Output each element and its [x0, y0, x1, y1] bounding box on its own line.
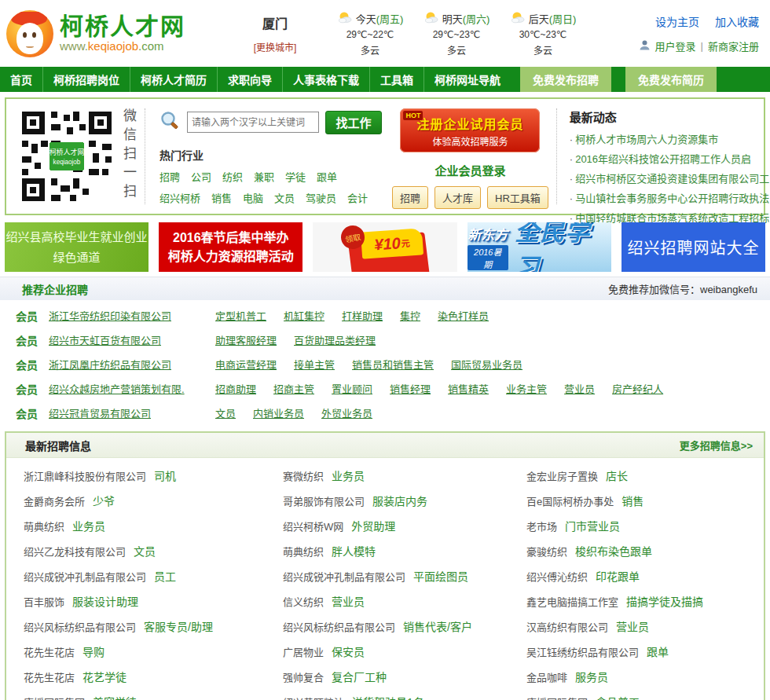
trial-member-banner[interactable]: HOT 注册企业试用会员 体验高效招聘服务: [400, 108, 540, 152]
job-link[interactable]: 接单主管: [294, 357, 335, 372]
job-link[interactable]: 招商主管: [273, 381, 314, 396]
post-job-button[interactable]: 免费发布招聘: [520, 67, 611, 92]
job-title-link[interactable]: 印花跟单: [596, 568, 640, 584]
job-link[interactable]: 文员: [215, 405, 236, 420]
job-link[interactable]: 销售精英: [448, 381, 489, 396]
job-link[interactable]: 内销业务员: [253, 405, 304, 420]
hot-tag-link[interactable]: 销售: [211, 190, 232, 205]
banner-xdf-study[interactable]: 新东方 2016暑期 全民学习: [468, 222, 611, 272]
banner-spring-recruit[interactable]: 2016春节后集中举办柯桥人力资源招聘活动: [159, 222, 302, 272]
job-title-link[interactable]: 胖人模特: [332, 543, 376, 559]
set-homepage-link[interactable]: 设为主页: [655, 16, 699, 28]
job-title-link[interactable]: 客服专员/助理: [144, 618, 213, 634]
job-title-link[interactable]: 跟单: [647, 643, 669, 659]
job-title-link[interactable]: 少爷: [93, 493, 115, 508]
job-link[interactable]: 定型机普工: [215, 308, 266, 323]
job-link[interactable]: 销售员和销售主管: [352, 357, 434, 372]
job-link[interactable]: 集控: [400, 308, 420, 323]
company-link[interactable]: 绍兴众越房地产营销策划有限.: [49, 381, 215, 396]
company-link[interactable]: 绍兴市天虹百货有限公司: [49, 332, 215, 347]
job-link[interactable]: 染色打样员: [438, 308, 489, 323]
job-title-link[interactable]: 美容学徒: [93, 694, 137, 700]
job-title-link[interactable]: 业务员: [332, 467, 365, 483]
news-link[interactable]: 2016年绍兴科技馆公开招聘工作人员启: [570, 149, 769, 169]
news-link[interactable]: 柯桥人才市场周六人力资源集市: [570, 130, 769, 149]
job-link[interactable]: 招商助理: [215, 381, 256, 396]
site-logo[interactable]: 柯桥人才网 www.keqiaojob.com: [6, 10, 217, 57]
company-link[interactable]: 浙江华帝纺织印染有限公司: [49, 308, 215, 323]
banner-graduate-channel[interactable]: 绍兴县高校毕业生就业创业绿色通道: [5, 222, 148, 272]
hot-tag-link[interactable]: 兼职: [254, 169, 274, 184]
job-title-link[interactable]: 文员: [134, 543, 156, 559]
job-title-link[interactable]: 花艺学徒: [82, 669, 126, 684]
job-title-link[interactable]: 平面绘图员: [413, 568, 468, 584]
job-title-link[interactable]: 食品普工: [596, 694, 640, 700]
member-login-button[interactable]: HR工具箱: [487, 186, 548, 209]
job-link[interactable]: 百货助理品类经理: [294, 332, 376, 347]
job-title-link[interactable]: 描搞学徒及描搞: [626, 593, 703, 609]
nav-item[interactable]: 柯桥招聘岗位: [42, 67, 130, 92]
merchant-register-link[interactable]: 新商家注册: [708, 38, 759, 53]
job-link[interactable]: 助理客服经理: [215, 332, 277, 347]
member-login-button[interactable]: 人才库: [434, 186, 481, 209]
job-title-link[interactable]: 门市营业员: [565, 518, 620, 533]
banner-red-envelope[interactable]: ¥10元 领取: [313, 222, 456, 272]
hot-tag-link[interactable]: 绍兴柯桥: [160, 190, 200, 205]
hot-tag-link[interactable]: 跟单: [317, 169, 337, 184]
job-title-link[interactable]: 导购: [82, 643, 104, 659]
job-link[interactable]: 电商运营经理: [215, 357, 277, 372]
job-title-link[interactable]: 销售: [622, 493, 644, 508]
nav-item[interactable]: 首页: [0, 67, 42, 92]
user-login-link[interactable]: 用户登录: [655, 38, 696, 53]
job-title-link[interactable]: 店长: [606, 467, 628, 483]
job-link[interactable]: 置业顾问: [332, 381, 372, 396]
job-link[interactable]: 营业员: [564, 381, 595, 396]
company-link[interactable]: 绍兴冠肯贸易有限公司: [49, 405, 215, 420]
hot-tag-link[interactable]: 文员: [274, 190, 295, 205]
news-link[interactable]: 马山镇社会事务服务中心公开招聘行政执法: [570, 189, 769, 208]
find-job-button[interactable]: 找工作: [325, 111, 382, 134]
nav-item[interactable]: 求职向导: [217, 67, 282, 92]
job-title-link[interactable]: 梭织布染色跟单: [575, 543, 652, 559]
hot-tag-link[interactable]: 电脑: [243, 190, 263, 205]
job-title-link[interactable]: 送货驾驶员1名: [352, 694, 424, 700]
company-link[interactable]: 浙江凤凰庄纺织品有限公司: [49, 357, 215, 372]
job-title-link[interactable]: 保安员: [332, 643, 365, 659]
add-favorite-link[interactable]: 加入收藏: [715, 16, 759, 28]
hot-tag-link[interactable]: 会计: [347, 190, 368, 205]
more-jobs-link[interactable]: 更多招聘信息>>: [680, 438, 753, 453]
job-link[interactable]: 外贸业务员: [321, 405, 372, 420]
post-resume-button[interactable]: 免费发布简历: [625, 67, 717, 92]
job-title-link[interactable]: 员工: [154, 568, 176, 584]
job-link[interactable]: 打样助理: [342, 308, 383, 323]
news-link[interactable]: 绍兴市柯桥区交通投资建设集团有限公司工: [570, 169, 769, 189]
job-title-link[interactable]: 销售代表/客户: [403, 618, 472, 634]
hot-tag-link[interactable]: 纺织: [222, 169, 243, 184]
job-link[interactable]: 房产经纪人: [612, 381, 663, 396]
job-title-link[interactable]: 司机: [154, 467, 176, 483]
nav-item[interactable]: 工具箱: [369, 67, 424, 92]
job-title-link[interactable]: 营业员: [616, 618, 649, 634]
hot-tag-link[interactable]: 驾驶员: [306, 190, 336, 205]
member-login-button[interactable]: 招聘: [392, 186, 428, 209]
job-title-link[interactable]: 业务员: [72, 518, 105, 533]
hot-tag-link[interactable]: 学徒: [285, 169, 306, 184]
hot-tag-link[interactable]: 公司: [191, 169, 211, 184]
job-link[interactable]: 国际贸易业务员: [451, 357, 522, 372]
nav-item[interactable]: 人事表格下载: [282, 67, 369, 92]
job-title-link[interactable]: 服装店内务: [372, 493, 427, 508]
nav-item[interactable]: 柯桥网址导航: [424, 67, 511, 92]
job-title-link[interactable]: 服务员: [575, 669, 608, 684]
hot-tag-link[interactable]: 招聘: [160, 169, 180, 184]
change-city-link[interactable]: [更换城市]: [237, 40, 313, 53]
job-title-link[interactable]: 营业员: [332, 593, 365, 609]
job-title-link[interactable]: 复合厂工种: [332, 669, 387, 684]
job-link[interactable]: 销售经理: [390, 381, 431, 396]
job-link[interactable]: 机缸集控: [284, 308, 324, 323]
job-title-link[interactable]: 服装设计助理: [72, 593, 138, 609]
job-link[interactable]: 业务主管: [506, 381, 547, 396]
keyword-search-input[interactable]: [187, 112, 319, 133]
banner-job-site-directory[interactable]: 绍兴招聘网站大全: [622, 222, 765, 272]
nav-item[interactable]: 柯桥人才简历: [130, 67, 217, 92]
job-title-link[interactable]: 外贸助理: [351, 518, 395, 533]
